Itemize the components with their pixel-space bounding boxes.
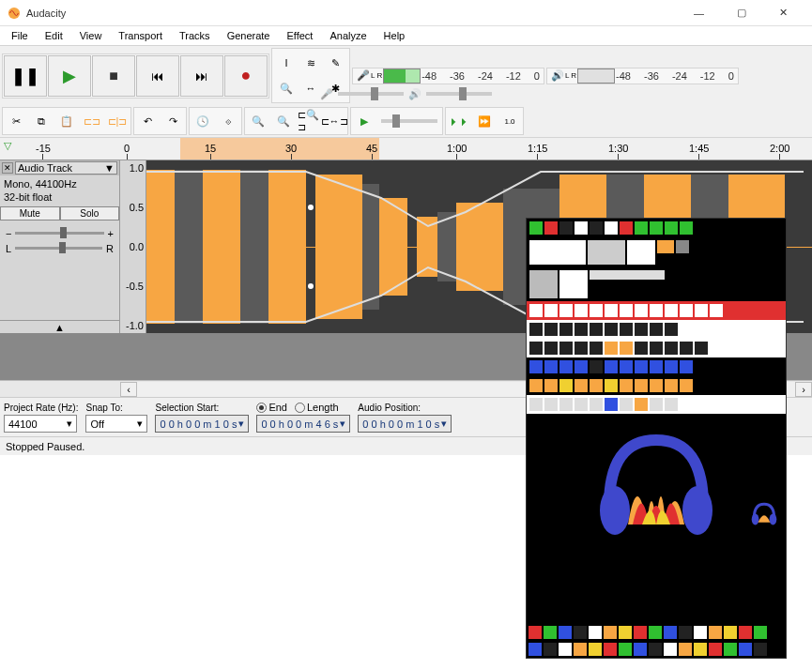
- playback-meter-scale: -48-36-24-120: [616, 70, 734, 82]
- menubar: File Edit View Transport Tracks Generate…: [0, 26, 812, 45]
- audacity-logo-small: [750, 500, 778, 526]
- sprite-debug-panel: [526, 218, 787, 659]
- mic-icon: 🎤: [357, 69, 370, 82]
- toolbars: ❚❚ ▶ ■ ⏮ ⏭ ● I ≋ ✎ 🔍 ↔ ✱ 🎤 L R -48-36-: [0, 45, 812, 138]
- svg-point-1: [308, 205, 314, 210]
- maximize-button[interactable]: ▢: [720, 0, 762, 26]
- menu-file[interactable]: File: [4, 28, 36, 43]
- scroll-left-button[interactable]: ‹: [120, 382, 137, 397]
- recording-meter-bars: [383, 68, 421, 84]
- solo-button[interactable]: Solo: [60, 206, 120, 220]
- zoom-in-button[interactable]: 🔍: [246, 109, 270, 133]
- svg-point-6: [770, 513, 777, 525]
- scroll-right-button[interactable]: ›: [795, 382, 812, 397]
- app-logo-icon: [8, 7, 21, 20]
- pin-icon[interactable]: ▽: [4, 140, 21, 157]
- vertical-scale[interactable]: 1.0 0.5 0.0 -0.5 -1.0: [120, 160, 146, 333]
- project-rate-combo[interactable]: 44100▾: [4, 415, 77, 433]
- playback-volume-slider[interactable]: [426, 92, 492, 96]
- svg-point-2: [308, 283, 314, 289]
- menu-view[interactable]: View: [72, 28, 110, 43]
- status-text: Stopped Paused.: [6, 441, 84, 452]
- end-radio[interactable]: End: [256, 402, 287, 413]
- minimize-button[interactable]: —: [678, 0, 720, 26]
- playback-meter-bars: [577, 68, 615, 84]
- seek-button[interactable]: ⏩: [472, 109, 497, 133]
- playback-meter[interactable]: 🔊 L R -48-36-24-120: [546, 68, 739, 84]
- menu-analyze[interactable]: Analyze: [322, 28, 374, 43]
- svg-point-4: [682, 486, 712, 535]
- silence-button[interactable]: ⊏|⊐: [105, 109, 130, 133]
- audacity-logo-large: [590, 421, 722, 543]
- mixer-toolbar: 🎤 🔊: [319, 87, 497, 101]
- recording-meter[interactable]: 🎤 L R -48-36-24-120: [352, 68, 544, 84]
- menu-effect[interactable]: Effect: [280, 28, 321, 43]
- scrub-ruler-button[interactable]: 1.0: [498, 109, 522, 133]
- recording-volume-slider[interactable]: [338, 92, 404, 96]
- zoom-toolbar: 🔍 🔍 ⊏🔍⊐ ⊏↔⊐: [244, 107, 348, 135]
- zoom-out-button[interactable]: 🔍: [271, 109, 296, 133]
- link-button[interactable]: ⟐: [216, 109, 240, 133]
- copy-button[interactable]: ⧉: [29, 109, 54, 133]
- rec-volume-icon: 🎤: [320, 88, 333, 100]
- trim-button[interactable]: ⊏⊐: [80, 109, 104, 133]
- sync-toolbar: 🕓 ⟐: [189, 107, 242, 135]
- menu-tracks[interactable]: Tracks: [172, 28, 218, 43]
- recording-meter-scale: -48-36-24-120: [421, 70, 540, 82]
- gain-slider[interactable]: − +: [6, 228, 114, 239]
- selection-end-time[interactable]: 0 0 h 0 0 m 4 6 s▾: [256, 415, 350, 433]
- length-radio[interactable]: Length: [295, 402, 339, 413]
- play-speed-slider[interactable]: [381, 119, 437, 123]
- audio-position-time[interactable]: 0 0 h 0 0 m 1 0 s▾: [358, 415, 452, 433]
- selection-start-time[interactable]: 0 0 h 0 0 m 1 0 s▾: [155, 415, 249, 433]
- audio-position-label: Audio Position:: [358, 403, 452, 413]
- play-volume-icon: 🔊: [408, 88, 421, 100]
- window-title: Audacity: [26, 8, 678, 19]
- play-at-speed-button[interactable]: ▶: [352, 109, 376, 133]
- timeline-ruler[interactable]: ▽ -15 0 15 30 45 1:00 1:15 1:30 1:45 2:0…: [0, 138, 812, 160]
- titlebar: Audacity — ▢ ✕: [0, 0, 812, 26]
- draw-tool[interactable]: ✎: [323, 51, 347, 75]
- pan-slider[interactable]: L R: [6, 243, 114, 254]
- envelope-tool[interactable]: ≋: [299, 51, 323, 75]
- selection-tool[interactable]: I: [274, 51, 299, 75]
- edit-toolbar: ✂ ⧉ 📋 ⊏⊐ ⊏|⊐: [2, 107, 131, 135]
- menu-help[interactable]: Help: [376, 28, 413, 43]
- scrub-toolbar: ⏵⏵ ⏩ 1.0: [445, 107, 524, 135]
- close-button[interactable]: ✕: [762, 0, 804, 26]
- svg-point-5: [752, 513, 759, 525]
- track-close-button[interactable]: ✕: [2, 162, 13, 174]
- transcription-toolbar: ▶: [350, 107, 443, 135]
- snap-to-combo[interactable]: Off▾: [85, 415, 147, 433]
- sync-lock-button[interactable]: 🕓: [191, 109, 215, 133]
- mute-button[interactable]: Mute: [0, 206, 60, 220]
- svg-point-3: [600, 486, 630, 535]
- menu-generate[interactable]: Generate: [220, 28, 278, 43]
- undo-button[interactable]: ↶: [135, 109, 160, 133]
- menu-edit[interactable]: Edit: [38, 28, 70, 43]
- menu-transport[interactable]: Transport: [111, 28, 170, 43]
- redo-button[interactable]: ↷: [161, 109, 185, 133]
- fit-project-button[interactable]: ⊏↔⊐: [322, 109, 346, 133]
- fit-selection-button[interactable]: ⊏🔍⊐: [297, 109, 321, 133]
- track-control-panel: ✕ Audio Track▼ Mono, 44100Hz 32-bit floa…: [0, 160, 120, 333]
- scrub-button[interactable]: ⏵⏵: [447, 109, 471, 133]
- undo-toolbar: ↶ ↷: [133, 107, 187, 135]
- speaker-icon: 🔊: [551, 69, 564, 82]
- snap-to-label: Snap To:: [85, 403, 147, 413]
- selection-start-label: Selection Start:: [155, 403, 249, 413]
- paste-button[interactable]: 📋: [54, 109, 79, 133]
- track-menu-dropdown[interactable]: Audio Track▼: [15, 161, 117, 175]
- track-format-info: Mono, 44100Hz 32-bit float: [0, 175, 119, 206]
- project-rate-label: Project Rate (Hz):: [4, 403, 78, 413]
- cut-button[interactable]: ✂: [4, 109, 28, 133]
- track-collapse-button[interactable]: ▲: [0, 320, 119, 333]
